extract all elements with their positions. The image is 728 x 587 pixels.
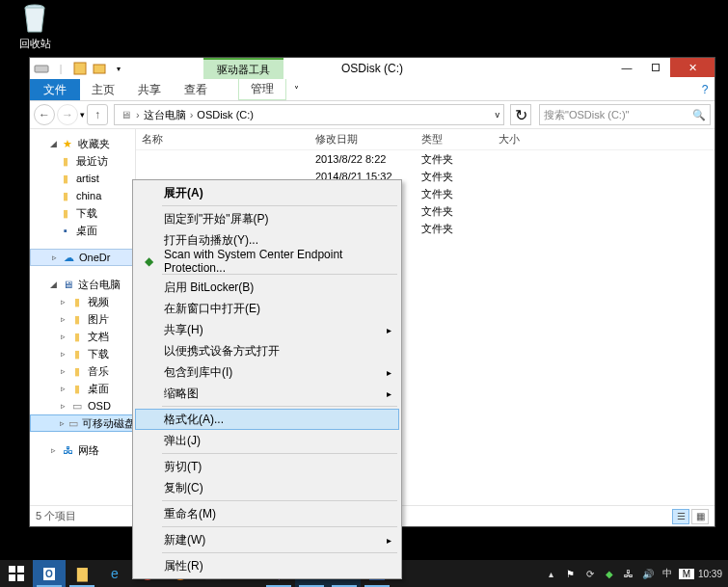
- folder-icon: ▮: [70, 382, 84, 395]
- view-details-button[interactable]: ☰: [672, 509, 689, 524]
- nav-history-dropdown[interactable]: ▾: [80, 110, 85, 120]
- sidebar-music[interactable]: ▹▮音乐: [30, 362, 135, 380]
- shield-icon[interactable]: ◆: [602, 569, 617, 579]
- address-dropdown[interactable]: v: [496, 110, 504, 120]
- ribbon-manage-tab[interactable]: 管理: [238, 79, 286, 100]
- sidebar-this-pc[interactable]: ◢🖥这台电脑: [30, 276, 135, 293]
- ctx-rename[interactable]: 重命名(M): [135, 503, 399, 524]
- ribbon-view-tab[interactable]: 查看: [173, 79, 219, 100]
- ctx-copy[interactable]: 复制(C): [135, 477, 399, 498]
- ribbon-expand-button[interactable]: ˅: [286, 79, 306, 100]
- search-icon[interactable]: 🔍: [692, 109, 706, 121]
- drive-icon: ▭: [68, 416, 78, 430]
- ribbon-file-tab[interactable]: 文件: [30, 79, 80, 100]
- sidebar-desktop[interactable]: ▪桌面: [30, 222, 135, 239]
- network-icon: 🖧: [61, 443, 74, 457]
- pc-icon: 🖥: [61, 278, 74, 291]
- ctx-portable[interactable]: 以便携式设备方式打开: [135, 340, 399, 361]
- recycle-bin-icon: [19, 4, 50, 35]
- minimize-button[interactable]: —: [612, 58, 641, 77]
- ctx-properties[interactable]: 属性(R): [135, 555, 399, 576]
- task-ie[interactable]: e: [98, 560, 131, 587]
- folder-icon: ▮: [59, 154, 72, 168]
- column-headers[interactable]: 名称 修改日期 类型 大小: [136, 129, 715, 150]
- svg-rect-1: [35, 66, 48, 72]
- sidebar-osdisk[interactable]: ▹▭OSD: [30, 397, 135, 414]
- task-outlook[interactable]: O: [33, 560, 66, 587]
- folder-icon: ▮: [70, 295, 84, 308]
- ime-mode[interactable]: M: [679, 569, 694, 579]
- pc-icon: 🖥: [119, 108, 132, 121]
- sidebar-recent[interactable]: ▮最近访: [30, 152, 135, 170]
- recycle-bin[interactable]: 回收站: [13, 4, 56, 51]
- sidebar-downloads2[interactable]: ▹▮下载: [30, 345, 135, 362]
- sound-icon[interactable]: 🔊: [640, 569, 656, 579]
- folder-icon: ▇: [77, 566, 88, 581]
- ctx-share[interactable]: 共享(H)▸: [135, 319, 399, 340]
- drive-icon: ▭: [70, 399, 84, 413]
- refresh-button[interactable]: ↻: [510, 104, 531, 125]
- sidebar-network[interactable]: ▹🖧网络: [30, 441, 135, 459]
- sidebar-onedrive[interactable]: ▹☁OneDr: [30, 249, 135, 266]
- qat-dropdown[interactable]: ▾: [111, 61, 126, 76]
- sidebar-favorites[interactable]: ◢★收藏夹: [30, 135, 135, 152]
- star-icon: ★: [61, 137, 74, 150]
- cloud-icon: ☁: [62, 251, 75, 264]
- col-type[interactable]: 类型: [416, 129, 493, 149]
- submenu-arrow-icon: ▸: [387, 388, 391, 399]
- tray-up-icon[interactable]: ▴: [544, 569, 559, 579]
- ctx-cut[interactable]: 剪切(T): [135, 456, 399, 477]
- submenu-arrow-icon: ▸: [387, 535, 391, 546]
- nav-forward-button[interactable]: →: [57, 104, 78, 125]
- clock[interactable]: 10:39: [698, 569, 722, 579]
- ribbon-share-tab[interactable]: 共享: [126, 79, 173, 100]
- help-button[interactable]: ?: [695, 79, 715, 100]
- col-date[interactable]: 修改日期: [310, 129, 416, 149]
- sidebar-videos[interactable]: ▹▮视频: [30, 293, 135, 310]
- address-bar[interactable]: 🖥 这台电脑 OSDisk (C:) v: [114, 104, 504, 125]
- network-icon[interactable]: 🖧: [621, 569, 636, 579]
- sync-icon[interactable]: ⟳: [582, 569, 598, 579]
- ctx-pin-start[interactable]: 固定到"开始"屏幕(P): [135, 208, 399, 229]
- task-explorer[interactable]: ▇: [66, 560, 98, 587]
- sidebar-artist[interactable]: ▮artist: [30, 170, 135, 187]
- ctx-new[interactable]: 新建(W)▸: [135, 529, 399, 550]
- contextual-tab-drive-tools[interactable]: 驱动器工具: [203, 58, 283, 79]
- sidebar-desktop2[interactable]: ▹▮桌面: [30, 380, 135, 397]
- search-placeholder: 搜索"OSDisk (C:)": [544, 108, 629, 122]
- ctx-thumbnails[interactable]: 缩略图▸: [135, 383, 399, 404]
- ctx-expand[interactable]: 展开(A): [135, 182, 399, 203]
- search-input[interactable]: 搜索"OSDisk (C:)" 🔍: [539, 104, 711, 125]
- sidebar-removable[interactable]: ▹▭可移动磁盘 (D:): [30, 414, 135, 432]
- nav-up-button[interactable]: ↑: [87, 104, 108, 125]
- ribbon-home-tab[interactable]: 主页: [80, 79, 126, 100]
- crumb-osdisk[interactable]: OSDisk (C:): [197, 109, 254, 120]
- sidebar-documents[interactable]: ▹▮文档: [30, 328, 135, 345]
- nav-back-button[interactable]: ←: [34, 104, 55, 125]
- sidebar-china[interactable]: ▮china: [30, 187, 135, 204]
- ctx-format[interactable]: 格式化(A)...: [135, 409, 399, 430]
- col-size[interactable]: 大小: [493, 129, 560, 149]
- ctx-scan[interactable]: ◆Scan with System Center Endpoint Protec…: [135, 251, 399, 272]
- ctx-new-window[interactable]: 在新窗口中打开(E): [135, 298, 399, 319]
- maximize-button[interactable]: [641, 58, 670, 77]
- ctx-library[interactable]: 包含到库中(I)▸: [135, 361, 399, 383]
- sidebar-pictures[interactable]: ▹▮图片: [30, 310, 135, 328]
- col-name[interactable]: 名称: [136, 129, 310, 149]
- view-icons-button[interactable]: ▦: [691, 509, 709, 524]
- start-button[interactable]: [0, 560, 33, 587]
- qat-newfolder-icon[interactable]: [92, 61, 107, 76]
- file-row[interactable]: 2013/8/22 8:22文件夹: [136, 150, 715, 168]
- ime-lang[interactable]: 中: [660, 567, 675, 580]
- explorer-window: | ▾ 驱动器工具 OSDisk (C:) — ✕ 文件 主页 共享 查看 管理…: [29, 57, 715, 527]
- svg-rect-7: [17, 574, 24, 581]
- flag-icon[interactable]: ⚑: [563, 569, 579, 579]
- sidebar-downloads[interactable]: ▮下载: [30, 204, 135, 222]
- close-button[interactable]: ✕: [670, 58, 715, 77]
- ctx-eject[interactable]: 弹出(J): [135, 430, 399, 451]
- titlebar[interactable]: | ▾ 驱动器工具 OSDisk (C:) — ✕: [30, 58, 715, 79]
- system-tray: ▴ ⚑ ⟳ ◆ 🖧 🔊 中 M 10:39: [544, 567, 728, 580]
- ctx-bitlocker[interactable]: 启用 BitLocker(B): [135, 277, 399, 298]
- qat-properties-icon[interactable]: [72, 61, 88, 76]
- crumb-this-pc[interactable]: 这台电脑: [144, 108, 186, 122]
